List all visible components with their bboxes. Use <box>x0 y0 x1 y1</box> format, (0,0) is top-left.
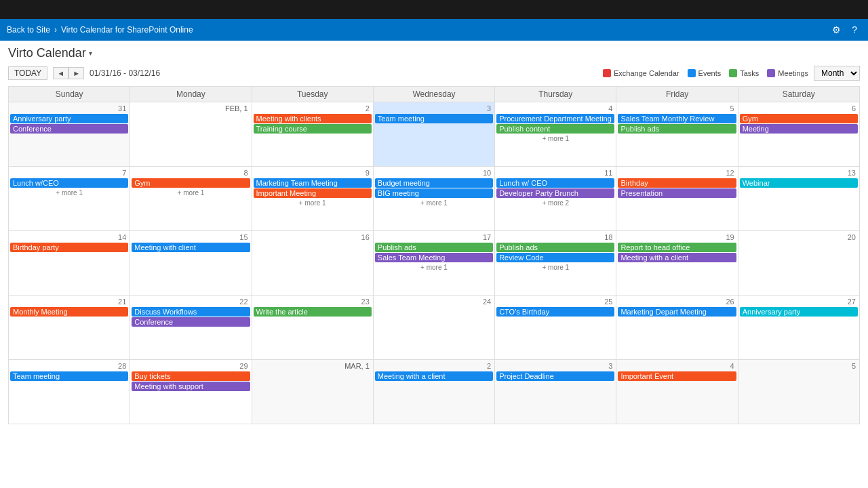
calendar-event[interactable]: Conference <box>132 317 250 327</box>
calendar-event[interactable]: Important Event <box>618 371 736 381</box>
calendar-cell: 18Publish adsReview Code+ more 1 <box>495 231 616 296</box>
calendar-event[interactable]: Sales Team Meeting <box>375 253 493 262</box>
calendar-event[interactable]: Meeting with support <box>132 382 250 391</box>
calendar-event[interactable]: Sales Team Monthly Review <box>618 114 736 123</box>
calendar-event[interactable]: CTO's Birthday <box>496 307 614 317</box>
legend-color <box>767 69 775 77</box>
calendar-cell: 8Gym+ more 1 <box>130 167 252 231</box>
more-events-link[interactable]: + more 1 <box>132 189 250 197</box>
more-events-link[interactable]: + more 1 <box>375 264 493 271</box>
calendar-event[interactable]: Gym <box>740 114 858 123</box>
top-bar <box>0 0 868 19</box>
more-events-link[interactable]: + more 1 <box>496 135 614 142</box>
prev-button[interactable]: ◄ <box>53 67 68 79</box>
more-events-link[interactable]: + more 2 <box>496 199 614 207</box>
calendar-event[interactable]: Meeting <box>740 124 858 134</box>
calendar-event[interactable]: Project Deadline <box>496 371 614 381</box>
more-events-link[interactable]: + more 1 <box>496 264 614 271</box>
calendar-event[interactable]: Procurement Department Meeting <box>496 114 614 123</box>
calendar-event[interactable]: Developer Party Brunch <box>496 188 614 198</box>
calendar-event[interactable]: Publish ads <box>496 243 614 252</box>
calendar-event[interactable]: Buy tickets <box>132 371 250 381</box>
calendar-event[interactable]: Write the article <box>254 307 372 317</box>
calendar-event[interactable]: Team meeting <box>375 114 493 123</box>
day-number: 4 <box>618 361 736 371</box>
calendar-event[interactable]: Birthday party <box>10 243 128 252</box>
calendar-event[interactable]: Important Meeting <box>254 188 372 198</box>
calendar-event[interactable]: Anniversary party <box>10 114 128 123</box>
calendar-cell: 21Monthly Meeting <box>9 296 130 360</box>
calendar-event[interactable]: Webinar <box>740 178 858 188</box>
next-button[interactable]: ► <box>68 67 84 79</box>
calendar-wrap: SundayMondayTuesdayWednesdayThursdayFrid… <box>0 86 868 432</box>
calendar-event[interactable]: Publish content <box>496 124 614 134</box>
back-to-site-link[interactable]: Back to Site <box>7 25 50 35</box>
day-number: FEB, 1 <box>132 104 250 113</box>
calendar-cell: 20 <box>738 231 859 296</box>
help-button[interactable]: ? <box>848 23 861 37</box>
legend-color <box>603 69 611 77</box>
calendar-event[interactable]: Marketing Depart Meeting <box>618 307 736 317</box>
calendar-cell: 25CTO's Birthday <box>495 296 616 360</box>
calendar-event[interactable]: Birthday <box>618 178 736 188</box>
calendar-cell: 28Team meeting <box>9 360 130 424</box>
calendar-event[interactable]: Meeting with clients <box>254 114 372 123</box>
calendar-cell: 26Marketing Depart Meeting <box>616 296 738 360</box>
calendar-cell: 27Anniversary party <box>738 296 859 360</box>
view-selector[interactable]: Month Week Day <box>814 66 860 81</box>
calendar-event[interactable]: Monthly Meeting <box>10 307 128 317</box>
calendar-event[interactable]: Review Code <box>496 253 614 262</box>
day-header: Sunday <box>9 87 130 102</box>
calendar-event[interactable]: Budget meeting <box>375 178 493 188</box>
toolbar: TODAY ◄ ► 01/31/16 - 03/12/16 Exchange C… <box>0 63 868 86</box>
more-events-link[interactable]: + more 1 <box>375 199 493 207</box>
calendar-event[interactable]: Meeting with a client <box>375 371 493 381</box>
calendar-event[interactable]: BIG meeting <box>375 188 493 198</box>
day-number: 8 <box>132 168 250 178</box>
day-number: 31 <box>10 104 128 113</box>
legend-label: Tasks <box>740 69 759 77</box>
calendar-cell: 2Meeting with clientsTraining course <box>252 102 373 167</box>
calendar-event[interactable]: Team meeting <box>10 371 128 381</box>
breadcrumb-separator: › <box>54 25 57 35</box>
calendar-event[interactable]: Conference <box>10 124 128 134</box>
gear-button[interactable]: ⚙ <box>828 23 845 37</box>
day-header: Wednesday <box>373 87 494 102</box>
day-number: 21 <box>10 297 128 306</box>
calendar-cell: 5Sales Team Monthly ReviewPublish ads <box>616 102 738 167</box>
calendar-event[interactable]: Meeting with a client <box>618 253 736 262</box>
more-events-link[interactable]: + more 1 <box>254 199 372 207</box>
day-number: 14 <box>10 232 128 242</box>
day-number: MAR, 1 <box>254 361 372 371</box>
calendar-cell: 24 <box>373 296 494 360</box>
calendar-cell: 3Team meeting <box>373 102 494 167</box>
calendar-event[interactable]: Meeting with client <box>132 243 250 252</box>
calendar-event[interactable]: Anniversary party <box>740 307 858 317</box>
day-number: 5 <box>740 361 858 371</box>
calendar-event[interactable]: Training course <box>254 124 372 134</box>
calendar-cell: 15Meeting with client <box>130 231 252 296</box>
calendar-event[interactable]: Gym <box>132 178 250 188</box>
calendar-cell: 4Important Event <box>616 360 738 424</box>
calendar-event[interactable]: Report to head office <box>618 243 736 252</box>
day-header: Friday <box>616 87 738 102</box>
calendar-event[interactable]: Publish ads <box>375 243 493 252</box>
legend-item: Tasks <box>729 69 759 77</box>
more-events-link[interactable]: + more 1 <box>10 189 128 197</box>
app-title-dropdown[interactable]: ▾ <box>89 49 92 57</box>
calendar-cell: 13Webinar <box>738 167 859 231</box>
date-range: 01/31/16 - 03/12/16 <box>90 68 160 78</box>
calendar-event[interactable]: Marketing Team Meeting <box>254 178 372 188</box>
calendar-event[interactable]: Discuss Workflows <box>132 307 250 317</box>
calendar-event[interactable]: Publish ads <box>618 124 736 134</box>
day-number: 28 <box>10 361 128 371</box>
calendar-cell: MAR, 1 <box>252 360 373 424</box>
day-number: 23 <box>254 297 372 306</box>
calendar-event[interactable]: Presentation <box>618 188 736 198</box>
legend-label: Exchange Calendar <box>614 69 679 77</box>
today-button[interactable]: TODAY <box>8 66 47 80</box>
calendar-event[interactable]: Lunch w/ CEO <box>496 178 614 188</box>
calendar-event[interactable]: Lunch w/CEO <box>10 178 128 188</box>
legend-item: Exchange Calendar <box>603 69 679 77</box>
calendar-cell: FEB, 1 <box>130 102 252 167</box>
